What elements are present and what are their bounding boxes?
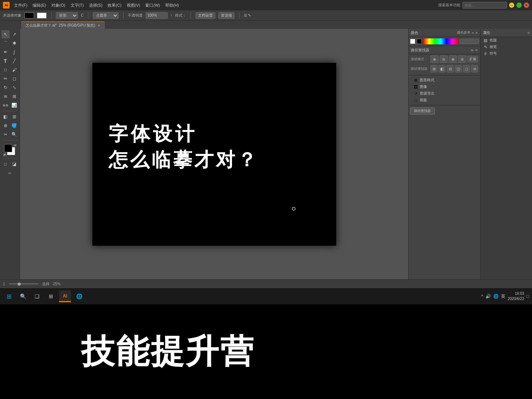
asset-export-item[interactable]: ↗ 资源导出 [411, 90, 478, 97]
tab-close-button[interactable]: ✕ [98, 24, 100, 27]
audio-icon[interactable]: 🔊 [485, 294, 491, 299]
point-select[interactable]: 点圆形 [93, 12, 119, 19]
minus-front-button[interactable]: ⊖ [440, 55, 448, 63]
window-close-button[interactable]: ✕ [524, 3, 529, 8]
pencil-tool[interactable]: ✏ [1, 75, 10, 83]
symbol-item[interactable]: # 符号 [481, 50, 532, 57]
doc-settings-button[interactable]: 文档设置 [195, 12, 215, 19]
browser-taskbar-button[interactable]: 🌐 [73, 290, 85, 302]
paintbrush-tool[interactable]: 🖌 [10, 66, 18, 74]
time-display: 16:03 [508, 291, 524, 296]
pathfinder-expand-icon[interactable]: ≫ [470, 48, 474, 52]
start-button[interactable]: ⊞ [3, 290, 15, 302]
draw-inside-button[interactable]: ◪ [10, 160, 18, 168]
tool-row-type: T ╱ [1, 57, 18, 65]
canvas-area[interactable]: 字体设计 怎么临摹才对？ [20, 29, 408, 279]
scale-tool[interactable]: ⤡ [10, 83, 18, 92]
window-minimize-button[interactable]: ─ [509, 3, 514, 8]
preferences-button[interactable]: 首选项 [218, 12, 235, 19]
eraser-tool[interactable]: ◻ [10, 75, 18, 83]
app-logo: Ai [3, 2, 10, 8]
menu-effect[interactable]: 效果(C) [105, 2, 123, 9]
color-swatch-label: 色版 [490, 38, 497, 43]
lasso-tool[interactable]: ⌒ [1, 39, 10, 47]
direct-selection-tool[interactable]: ↗ [10, 30, 18, 38]
color-bg-swatch[interactable] [417, 39, 422, 44]
foreground-color[interactable] [4, 144, 12, 152]
window-maximize-button[interactable]: □ [516, 3, 522, 8]
curvature-tool[interactable]: ∫ [10, 48, 18, 56]
menu-help[interactable]: 帮助(H) [163, 2, 181, 9]
crop-button[interactable]: ◫ [455, 65, 462, 72]
apps-button[interactable]: ⊞ [45, 290, 57, 302]
merge-button[interactable]: ⊟ [447, 65, 454, 72]
color-fg-swatch[interactable] [410, 39, 415, 44]
type-tool[interactable]: T [1, 57, 10, 65]
rect-tool[interactable]: □ [1, 66, 10, 74]
illustrator-taskbar-button[interactable]: Ai [59, 290, 71, 302]
ai-taskbar-icon: Ai [63, 293, 67, 299]
color-panel-close-icon[interactable]: ✕ [475, 31, 478, 35]
magic-wand-tool[interactable]: ✱ [10, 39, 18, 47]
image-item[interactable]: 🖼 图像 [411, 83, 478, 90]
menu-type[interactable]: 文字(T) [68, 2, 86, 9]
unite-button[interactable]: ⊕ [430, 55, 439, 63]
slice-tool[interactable]: ✂ [1, 130, 10, 139]
document-tab[interactable]: 怎么临摹才对？.ai* 25% (RGB/GPU 预览) ✕ [21, 21, 105, 29]
live-paint-tool[interactable]: 🪣 [10, 122, 18, 130]
reset-colors-icon[interactable]: ◩ [3, 153, 7, 157]
symbol-tool[interactable]: ⊕⊕ [1, 101, 10, 109]
menu-window[interactable]: 窗口(W) [143, 2, 162, 9]
pathfinder-label: 路径查找器 [411, 66, 429, 71]
symbol-icon: # [483, 51, 488, 56]
trim-button[interactable]: ◧ [439, 65, 446, 72]
color-swatch-item[interactable]: ▤ 色版 [481, 37, 532, 44]
selection-tool[interactable]: ↖ [1, 30, 10, 38]
menu-object[interactable]: 对象(O) [49, 2, 68, 9]
expand-button[interactable]: 扩展 [467, 56, 478, 62]
lang-icon[interactable]: 英 [501, 293, 505, 300]
rotate-tool[interactable]: ↻ [1, 83, 10, 92]
pen-tool[interactable]: ✒ [1, 48, 10, 56]
menu-edit[interactable]: 编辑(E) [30, 2, 48, 9]
fill-swatch[interactable] [24, 13, 34, 18]
warp-tool[interactable]: ≋ [1, 92, 10, 100]
color-spectrum[interactable] [423, 38, 458, 44]
brush-item[interactable]: ✎ 画笔 [481, 44, 532, 50]
mesh-tool[interactable]: ⊞ [10, 113, 18, 121]
task-view-button[interactable]: ❑ [31, 290, 43, 302]
shape-select[interactable]: 矩形 椭圆 [56, 12, 78, 19]
search-input[interactable] [463, 2, 507, 8]
zoom-tool[interactable]: 🔍 [10, 130, 18, 139]
menu-view[interactable]: 视图(V) [125, 2, 143, 9]
pathfinder-close-icon[interactable]: ✕ [475, 48, 478, 52]
outline-button[interactable]: ◻ [463, 65, 470, 72]
minus-back-button[interactable]: ⊖ [471, 65, 478, 72]
zoom-slider[interactable] [9, 283, 38, 284]
search-button[interactable]: 🔍 [17, 290, 29, 302]
swap-colors-icon[interactable]: ⇄ [14, 143, 17, 147]
properties-menu-icon[interactable]: ≡ [528, 31, 530, 35]
menu-select[interactable]: 选择(S) [87, 2, 105, 9]
gradient-tool[interactable]: ◧ [1, 113, 10, 121]
canvas-item[interactable]: □ 画板 [411, 97, 478, 103]
caret-icon[interactable]: ^ [481, 294, 484, 299]
notification-icon[interactable]: □ [526, 294, 529, 299]
stroke-swatch[interactable] [37, 13, 47, 18]
network-icon[interactable]: 🌐 [493, 294, 499, 299]
hex-input[interactable]: FFFFFF [460, 39, 479, 44]
draw-normal-button[interactable]: □ [1, 160, 10, 168]
exclude-button[interactable]: ⊘ [458, 55, 466, 63]
pathfinder-floating-button[interactable]: 路径查找器 [410, 108, 435, 115]
menu-file[interactable]: 文件(F) [12, 2, 30, 9]
line-tool[interactable]: ╱ [10, 57, 18, 65]
divide-button[interactable]: ⊞ [430, 65, 437, 72]
free-transform-tool[interactable]: ⊞ [10, 92, 18, 100]
graphic-style-item[interactable]: ⊞ 图形样式 [411, 77, 478, 83]
chart-tool[interactable]: 📊 [10, 101, 18, 109]
color-panel-menu-icon[interactable]: ≡ [472, 31, 474, 35]
intersect-button[interactable]: ⊗ [449, 55, 457, 63]
shape-builder-tool[interactable]: ⊕ [1, 122, 10, 130]
opacity-input[interactable] [146, 12, 168, 19]
screen-mode-button[interactable]: ▭ [3, 170, 17, 176]
